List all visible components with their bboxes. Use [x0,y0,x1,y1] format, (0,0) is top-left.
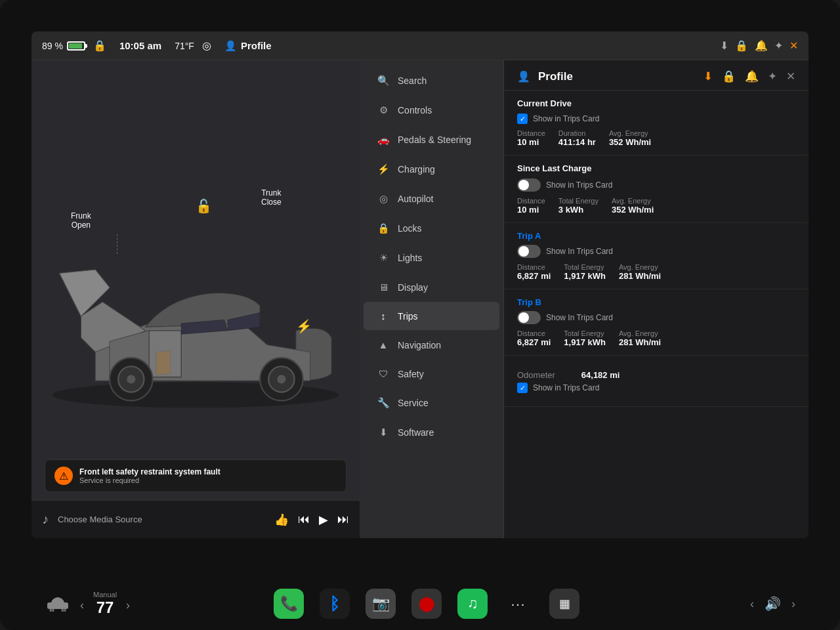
play-button[interactable]: ▶ [319,513,328,527]
bell-profile-icon[interactable]: 🔔 [745,70,759,83]
lock-icon: 🔒 [93,39,106,52]
skip-back-button[interactable]: ⏮ [298,513,310,526]
spotify-app-button[interactable]: ♫ [457,589,488,619]
menu-navigation[interactable]: ▲ Navigation [364,331,499,359]
display-icon: 🖥 [377,282,390,293]
trip-b-toggle[interactable] [517,311,541,324]
svg-point-9 [50,608,54,612]
current-drive-checkbox[interactable] [517,114,528,124]
phone-app-button[interactable]: 📞 [274,589,304,619]
slc-avgenergy-label: Avg. Energy [612,197,654,205]
trip-b-distance: Distance 6,827 mi [517,329,551,347]
left-arrow-icon[interactable]: ‹ [80,598,84,612]
profile-title: Profile [538,70,696,83]
current-drive-avgenergy-value: 352 Wh/mi [609,137,651,147]
autopilot-icon: ◎ [377,193,390,205]
menu-pedals-label: Pedals & Steering [398,135,471,145]
dashcam-app-button[interactable]: ⬤ [411,589,442,619]
since-last-charge-toggle[interactable] [517,178,541,192]
profile-person-icon2: 👤 [517,70,530,83]
media-bar: ♪ Choose Media Source 👍 ⏮ ▶ ⏭ [32,500,360,538]
next-track-icon[interactable]: › [791,597,795,611]
menu-autopilot[interactable]: ◎ Autopilot [364,184,499,213]
slc-avgenergy-value: 352 Wh/mi [612,205,654,215]
slc-totalenergy: Total Energy 3 kWh [558,197,598,215]
more-apps-button[interactable]: ··· [503,589,534,619]
trip-b-stats: Distance 6,827 mi Total Energy 1,917 kWh… [517,329,795,347]
trip-a-link[interactable]: Trip A [517,231,795,241]
menu-search[interactable]: 🔍 Search [364,66,499,95]
menu-display[interactable]: 🖥 Display [364,273,499,301]
alert-icon: ⚠ [54,467,73,485]
profile-action-icons: ⬇ 🔒 🔔 ✦ ✕ [704,70,795,83]
energy-app-button[interactable]: ▦ [549,589,579,619]
temperature-control: Manual 77 [93,591,117,617]
navigation-icon: ▲ [377,339,390,350]
trip-a-toggle[interactable] [517,245,541,258]
taskbar-left: ‹ Manual 77 › [45,591,136,617]
menu-software-label: Software [398,427,434,438]
controls-icon: ⚙ [377,104,390,116]
current-drive-checkbox-row: Show in Trips Card [517,114,795,124]
trip-b-toggle-label: Show In Trips Card [546,313,613,322]
battery-icon [67,41,85,51]
trip-a-distance-value: 6,827 mi [517,271,551,281]
menu-safety[interactable]: 🛡 Safety [364,360,499,388]
slc-avgenergy: Avg. Energy 352 Wh/mi [612,197,654,215]
service-icon: 🔧 [377,397,390,409]
odometer-checkbox[interactable] [517,383,528,393]
since-last-charge-checkbox-row: Show in Trips Card [517,178,795,192]
thumbs-up-icon[interactable]: 👍 [274,513,289,527]
trip-b-checkbox-row: Show In Trips Card [517,311,795,324]
svg-text:⚡: ⚡ [296,318,312,334]
menu-charging[interactable]: ⚡ Charging [364,155,499,184]
menu-locks[interactable]: 🔒 Locks [364,214,499,243]
bluetooth-app-button[interactable]: ᛒ [320,589,350,619]
menu-controls[interactable]: ⚙ Controls [364,96,499,125]
odometer-section: Odometer 64,182 mi Show in Trips Card [504,356,808,407]
odometer-checkbox-label: Show in Trips Card [533,383,599,392]
since-last-charge-title: Since Last Charge [517,163,795,173]
car-home-button[interactable] [45,591,71,617]
menu-software[interactable]: ⬇ Software [364,418,499,447]
x-profile-icon[interactable]: ✕ [786,70,795,83]
trip-b-totalenergy-label: Total Energy [564,329,606,337]
menu-charging-label: Charging [398,164,435,175]
profile-nav-button[interactable]: 👤 Profile [224,40,272,52]
download-profile-icon[interactable]: ⬇ [704,70,713,83]
slc-distance: Distance 10 mi [517,197,545,215]
lock-profile-icon[interactable]: 🔒 [722,70,736,83]
menu-service[interactable]: 🔧 Service [364,388,499,417]
bluetooth-profile-icon[interactable]: ✦ [768,70,777,83]
trip-b-avgenergy-value: 281 Wh/mi [619,337,661,347]
menu-trips[interactable]: ↕ Trips [364,302,499,330]
skip-forward-button[interactable]: ⏭ [337,513,349,526]
menu-controls-label: Controls [398,105,432,116]
search-icon: 🔍 [377,75,390,87]
prev-track-icon[interactable]: ‹ [750,597,754,611]
trip-b-section: Trip B Show In Trips Card Distance 6,827… [504,289,808,356]
trip-a-avgenergy-value: 281 Wh/mi [619,271,661,281]
menu-pedals[interactable]: 🚗 Pedals & Steering [364,125,499,154]
slc-distance-value: 10 mi [517,205,545,215]
slc-totalenergy-label: Total Energy [558,197,598,205]
trip-b-link[interactable]: Trip B [517,297,795,307]
alert-sub-text: Service is required [79,476,220,484]
trip-b-avgenergy: Avg. Energy 281 Wh/mi [619,329,661,347]
energy-icon: ▦ [559,597,570,611]
dots-icon: ··· [511,597,526,612]
menu-autopilot-label: Autopilot [398,194,433,204]
trip-b-totalenergy: Total Energy 1,917 kWh [564,329,606,347]
right-arrow-icon[interactable]: › [126,598,130,612]
charging-icon: ⚡ [377,163,390,175]
camera-app-button[interactable]: 📷 [366,589,396,619]
software-icon: ⬇ [377,427,390,438]
volume-icon[interactable]: 🔊 [765,596,781,612]
current-drive-duration-label: Duration [558,129,596,137]
lock2-icon: 🔒 [735,39,748,52]
status-icons: ⬇ 🔒 🔔 ✦ ✕ [720,39,798,52]
trip-a-totalenergy-label: Total Energy [564,263,606,271]
current-drive-section: Current Drive Show in Trips Card Distanc… [504,91,808,156]
current-drive-duration-value: 411:14 hr [558,137,596,147]
menu-lights[interactable]: ☀ Lights [364,243,499,272]
